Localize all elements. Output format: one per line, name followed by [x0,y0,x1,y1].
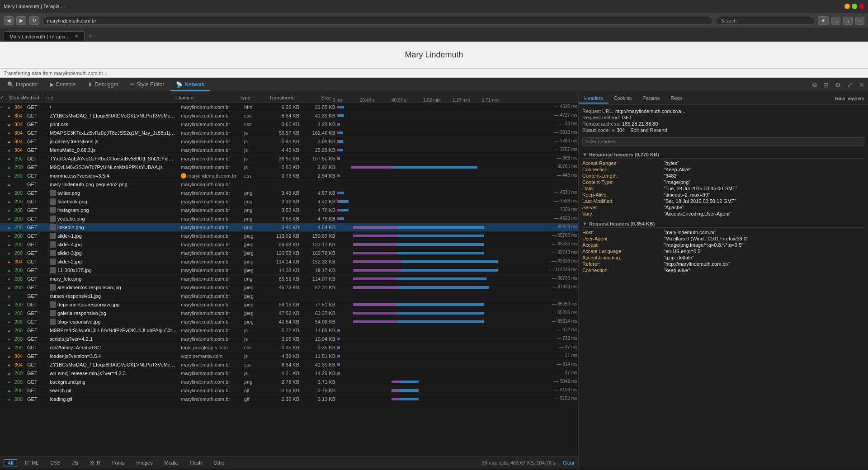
maximize-button[interactable] [852,4,857,9]
new-tab-button[interactable]: + [85,31,96,41]
network-row[interactable]: ▲ 200 GET M9QvLM0vSS3WTc7PyUlNLsnMz9PPKs… [0,163,578,172]
row-file[interactable]: M9RPzs8rSUwu0U3LL8rVNdfPzEvOKU1JLdbPAqLC… [48,328,179,333]
row-file[interactable]: background.png [48,379,179,385]
collapse-arrow[interactable]: ▼ [582,152,587,157]
filter-headers-input[interactable] [582,137,864,146]
row-file[interactable]: linkedin.png [48,224,179,230]
tab-debugger[interactable]: ⏸ Debugger [82,79,124,91]
network-row[interactable]: ▲ 200 GET loading.gif marylindemuth.com.… [0,395,578,404]
col-size-header[interactable]: Size [297,95,333,100]
row-file[interactable]: depoimentos-responsivo.jpg [48,301,179,308]
row-file[interactable]: youtube.png [48,216,179,222]
network-row[interactable]: ▲ 200 GET scripts.js?ver=4.2.1 marylinde… [0,335,578,343]
network-row[interactable]: ▲ 304 GET jd.gallery.transitions.js mary… [0,137,578,146]
network-row[interactable]: ▲ 200 GET slider-3.jpg marylindemuth.com… [0,249,578,258]
filter-other[interactable]: Other [209,459,230,466]
row-file[interactable]: facebook.png [48,198,179,205]
network-row[interactable]: ▲ 200 GET depoimentos-responsivo.jpg mar… [0,301,578,309]
row-file[interactable]: / [48,104,179,110]
network-row[interactable]: ▲ GET cursos-responsivo1.jpg marylindemu… [0,292,578,301]
network-row[interactable]: ▲ 304 GET MenuMatic_0.68.3.js marylindem… [0,146,578,155]
tab-params[interactable]: Params [637,94,665,103]
edit-resend-button[interactable]: Edit and Resend [630,127,667,133]
row-file[interactable]: slider-1.jpg [48,233,179,239]
row-file[interactable]: slider-2.jpg [48,258,179,265]
network-row[interactable]: ▲ 200 GET search.gif marylindemuth.com.b… [0,386,578,395]
network-row[interactable]: ▲ 304 GET print.css marylindemuth.com.br… [0,120,578,129]
row-file[interactable]: galeria-responsivo.jpg [48,310,179,316]
network-row[interactable]: ▲ 200 GET wp-emoji-release.min.js?ver=4.… [0,369,578,378]
col-method-header[interactable]: Method [21,95,43,100]
network-row[interactable]: ▲ 304 GET ZY1BCsMwDAQ_FEfpqa8l9AtGVoOKLV… [0,361,578,369]
row-file[interactable]: slider-4.jpg [48,241,179,248]
network-row[interactable]: ▲ 200 GET linkedin.png marylindemuth.com… [0,223,578,232]
network-row[interactable]: ▲ 200 GET twitter.png marylindemuth.com.… [0,189,578,197]
row-file[interactable]: M9APSC3KTcxLzSvRz0pJT8zJSS2q1M_Nzy_Jz88p… [48,130,179,136]
menu-button[interactable]: ≡ [855,17,864,25]
tab-headers[interactable]: Headers [579,94,609,103]
filter-media[interactable]: Media [160,459,182,466]
split-button[interactable]: ⊞ [821,80,830,90]
network-row[interactable]: ▲ 304 GET M9APSC3KTcxLzSvRz0pJT8zJSS2q1M… [0,129,578,137]
row-file[interactable]: slider-3.jpg [48,250,179,256]
filter-html[interactable]: HTML [21,459,42,466]
tab-cookies[interactable]: Cookies [609,94,637,103]
network-row[interactable]: ▲ 200 GET 11-300x175.jpg marylindemuth.c… [0,266,578,275]
network-row[interactable]: ▲ 200 GET mary_foto.png marylindemuth.co… [0,275,578,283]
close-button[interactable] [859,4,864,9]
close-devtools-button[interactable]: ✕ [857,80,866,90]
forward-button[interactable]: ▶ [16,16,26,25]
row-file[interactable]: search.gif [48,388,179,393]
network-row[interactable]: ▲ 200 GET background.png marylindemuth.c… [0,378,578,386]
network-row[interactable]: ▲ 200 GET M9RPzs8rSUwu0U3LL8rVNdfPzEvOKU… [0,326,578,335]
row-file[interactable]: cursos-responsivo1.jpg [48,293,179,299]
row-file[interactable]: css?family=Amatic+SC [48,345,179,350]
minimize-button[interactable] [844,4,850,9]
row-file[interactable]: MenuMatic_0.68.3.js [48,147,179,153]
network-row[interactable]: ▲ 200 GET facebook.png marylindemuth.com… [0,197,578,206]
network-row[interactable]: ✓ ▲ 304 GET / marylindemuth.com.br html … [0,103,578,112]
tab-close-button[interactable]: ✕ [75,33,79,39]
network-row[interactable]: ▲ 200 GET instagram.png marylindemuth.co… [0,206,578,215]
network-row[interactable]: ▲ 200 GET youtube.png marylindemuth.com.… [0,215,578,223]
filter-fonts[interactable]: Fonts [108,459,129,466]
row-file[interactable]: wp-emoji-release.min.js?ver=4.2.3 [48,371,179,376]
col-transferred-header[interactable]: Transferred [260,95,297,100]
row-file[interactable]: print.css [48,122,179,127]
row-file[interactable]: loading.gif [48,396,179,402]
row-file[interactable]: mary-lindemuth-png-pequeno2.png [48,182,179,187]
row-file[interactable]: scripts.js?ver=4.2.1 [48,336,179,342]
network-row[interactable]: ▲ GET mary-lindemuth-png-pequeno2.png ma… [0,180,578,189]
downloads-button[interactable]: ↓ [831,17,840,25]
network-row[interactable]: ▲ 304 GET slider-2.jpg marylindemuth.com… [0,258,578,266]
row-file[interactable]: blog-responsivo.jpg [48,319,179,325]
clear-button[interactable]: Clear [563,460,575,465]
detach-button[interactable]: ⤢ [845,80,854,90]
col-status-header[interactable]: Status [7,95,21,100]
network-row[interactable]: ▲ 200 GET slider-4.jpg marylindemuth.com… [0,240,578,249]
row-file[interactable]: ZY1BCsMwDAQ_FEfpqa8l9AtGVoOKLVNLPuT3VeMc… [48,113,179,118]
dock-button[interactable]: ⧉ [811,79,819,90]
row-file[interactable]: loader.js?version=3.5.4 [48,353,179,359]
row-file[interactable]: instagram.png [48,207,179,213]
row-file[interactable]: TYxdCoAgEAYvpGzhRbqCOoesuBv589Dtl_Sht2EY… [48,156,179,161]
bookmarks-button[interactable]: ★ [818,16,829,25]
tab-network[interactable]: 📡 Network [170,79,210,91]
col-file-header[interactable]: File [43,95,175,100]
col-domain-header[interactable]: Domain [175,95,238,100]
row-file[interactable]: M9QvLM0vSS3WTc7PyUlNLsnMz9PPKsYUBAA.js [48,164,179,170]
network-row[interactable]: ▲ 200 GET galeria-responsivo.jpg marylin… [0,309,578,318]
network-row[interactable]: ▲ 304 GET ZY1BCsMwDAQ_FEfpqa8l9AtGVoOKLV… [0,112,578,120]
tab-inspector[interactable]: 🔍 Inspector [2,79,43,91]
network-row[interactable]: ▲ 200 GET momma.css?version=3.5.4 maryli… [0,172,578,180]
filter-js[interactable]: JS [68,459,82,466]
filter-images[interactable]: Images [132,459,156,466]
tab-style-editor[interactable]: ✏ Style Editor [125,79,170,91]
row-file[interactable]: jd.gallery.transitions.js [48,139,179,144]
network-row[interactable]: ▲ 200 GET slider-1.jpg marylindemuth.com… [0,232,578,240]
filter-xhr[interactable]: XHR [86,459,104,466]
network-row[interactable]: ▲ 304 GET loader.js?version=3.5.4 wprz.z… [0,352,578,361]
row-file[interactable]: momma.css?version=3.5.4 [48,173,179,179]
tab-console[interactable]: ▶ Console [44,79,81,91]
network-row[interactable]: ▲ 200 GET TYxdCoAgEAYvpGzhRbqCOoesuBv589… [0,155,578,163]
